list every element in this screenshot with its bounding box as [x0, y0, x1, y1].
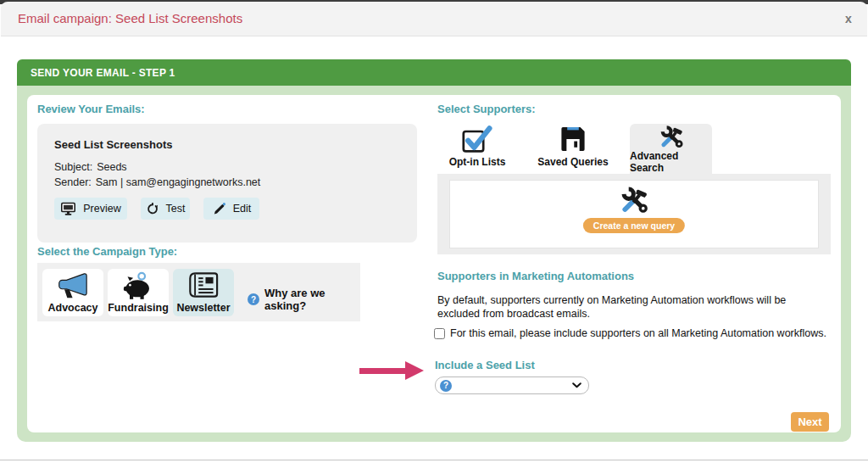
stopwatch-icon: [146, 202, 159, 215]
test-button-label: Test: [166, 203, 186, 215]
email-summary-card: Seed List Screenshots Subject:Seeds Send…: [37, 124, 417, 243]
tools-icon: [655, 124, 687, 148]
tab-label: Opt-in Lists: [449, 156, 506, 168]
newspaper-icon: [187, 271, 220, 299]
campaign-type-label: Advocacy: [47, 303, 97, 314]
why-are-we-asking[interactable]: ? Why are we asking?: [248, 287, 360, 312]
subject-value: Seeds: [97, 161, 126, 173]
modal-title: Email campaign: Seed List Screenshots: [18, 11, 242, 25]
tab-saved-queries[interactable]: Saved Queries: [534, 124, 612, 174]
email-name: Seed List Screenshots: [54, 138, 172, 151]
checkbox-check-icon: [460, 124, 494, 154]
include-automation-supporters-label: For this email, please include supporter…: [450, 327, 826, 339]
edit-button-label: Edit: [233, 203, 252, 215]
select-supporters-heading: Select Supporters:: [437, 103, 536, 115]
campaign-type-newsletter[interactable]: Newsletter: [173, 269, 234, 316]
tools-icon: [619, 185, 649, 214]
sender-label: Sender:: [54, 176, 92, 188]
floppy-disk-icon: [559, 124, 587, 154]
campaign-type-advocacy[interactable]: Advocacy: [42, 269, 103, 316]
step-bar-label: SEND YOUR EMAIL - STEP 1: [31, 67, 175, 79]
subject-label: Subject:: [54, 161, 92, 173]
email-campaign-modal: Email campaign: Seed List Screenshots x …: [0, 0, 868, 463]
monitor-icon: [60, 202, 76, 216]
pencil-icon: [212, 202, 226, 216]
sender-line: Sender:Sam | sam@engagingnetworks.net: [54, 176, 260, 188]
close-icon[interactable]: x: [840, 10, 857, 27]
include-automation-supporters-checkbox[interactable]: [434, 328, 445, 339]
create-new-query-button[interactable]: Create a new query: [583, 218, 685, 233]
query-canvas: Create a new query: [449, 180, 819, 248]
question-circle-icon: ?: [440, 380, 452, 392]
pointer-arrow-icon: [405, 361, 424, 380]
review-emails-heading: Review Your Emails:: [37, 103, 145, 115]
page-divider: [0, 460, 868, 460]
sender-value: Sam | sam@engagingnetworks.net: [96, 176, 261, 188]
tab-label: Saved Queries: [537, 156, 608, 168]
next-button[interactable]: Next: [791, 412, 829, 432]
why-are-we-asking-label: Why are we asking?: [264, 287, 360, 312]
include-automation-supporters-row: For this email, please include supporter…: [434, 327, 832, 339]
tab-opt-in-lists[interactable]: Opt-in Lists: [442, 124, 513, 174]
preview-button[interactable]: Preview: [54, 198, 127, 220]
marketing-automations-heading: Supporters in Marketing Automations: [437, 270, 634, 282]
step-bar: SEND YOUR EMAIL - STEP 1: [17, 59, 851, 86]
question-circle-icon: ?: [248, 293, 259, 305]
campaign-type-label: Newsletter: [176, 303, 230, 314]
include-seed-list-heading: Include a Seed List: [435, 359, 535, 371]
campaign-type-heading: Select the Campaign Type:: [37, 245, 177, 258]
modal-header: Email campaign: Seed List Screenshots x: [1, 2, 867, 36]
tab-label: Advanced Search: [630, 150, 712, 174]
tab-advanced-search[interactable]: Advanced Search: [630, 124, 712, 174]
advanced-search-panel: Create a new query: [437, 174, 831, 254]
test-button[interactable]: Test: [141, 198, 190, 220]
seed-list-select[interactable]: ?: [435, 377, 589, 394]
campaign-type-fundraising[interactable]: Fundraising: [108, 269, 169, 316]
campaign-type-label: Fundraising: [108, 303, 169, 314]
preview-button-label: Preview: [83, 203, 120, 215]
pointer-arrow-shaft: [359, 368, 407, 374]
edit-button[interactable]: Edit: [203, 198, 259, 220]
megaphone-icon: [56, 271, 90, 301]
marketing-automations-body: By default, supporters currently on Mark…: [437, 293, 829, 321]
chevron-down-icon: [572, 382, 581, 388]
subject-line: Subject:Seeds: [54, 161, 127, 173]
campaign-type-strip: Advocacy Fundraising: [37, 263, 360, 321]
piggy-bank-icon: [121, 271, 155, 301]
